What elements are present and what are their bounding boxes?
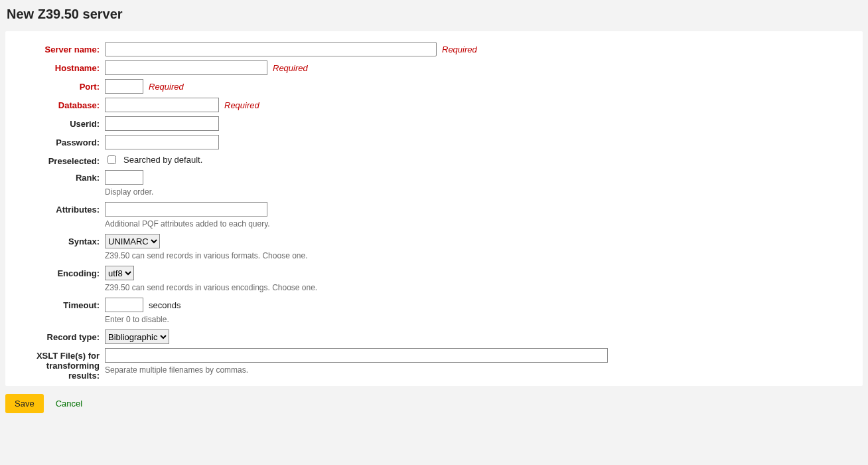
xslt-label: XSLT File(s) for transforming results: (19, 348, 105, 381)
attributes-hint: Additional PQF attributes added to each … (105, 219, 849, 229)
encoding-select[interactable]: utf8 (105, 266, 134, 280)
hostname-required: Required (273, 63, 308, 73)
record-type-select[interactable]: Bibliographic (105, 329, 169, 344)
server-name-input[interactable] (105, 42, 437, 56)
password-label: Password: (19, 135, 105, 147)
form-actions: Save Cancel (5, 394, 863, 413)
database-required: Required (224, 100, 259, 110)
timeout-unit: seconds (149, 300, 181, 310)
timeout-label: Timeout: (19, 298, 105, 310)
preselected-label: Preselected: (19, 153, 105, 166)
encoding-label: Encoding: (19, 266, 105, 278)
port-label: Port: (19, 79, 105, 92)
userid-input[interactable] (105, 116, 219, 131)
syntax-hint: Z39.50 can send records in various forma… (105, 251, 849, 260)
rank-hint: Display order. (105, 187, 849, 197)
syntax-label: Syntax: (19, 234, 105, 246)
hostname-input[interactable] (105, 60, 267, 75)
server-name-required: Required (442, 45, 477, 54)
rank-label: Rank: (19, 170, 105, 183)
save-button[interactable]: Save (5, 394, 44, 413)
port-input[interactable] (105, 79, 143, 94)
attributes-label: Attributes: (19, 202, 105, 215)
page-title: New Z39.50 server (7, 7, 863, 22)
xslt-hint: Separate multiple filenames by commas. (105, 365, 849, 375)
rank-input[interactable] (105, 170, 143, 185)
hostname-label: Hostname: (19, 60, 105, 73)
cancel-button[interactable]: Cancel (56, 399, 82, 409)
userid-label: Userid: (19, 116, 105, 129)
syntax-select[interactable]: UNIMARC (105, 234, 160, 248)
server-name-label: Server name: (19, 42, 105, 54)
password-input[interactable] (105, 135, 219, 149)
encoding-hint: Z39.50 can send records in various encod… (105, 283, 849, 292)
attributes-input[interactable] (105, 202, 267, 217)
form-panel: Server name: Required Hostname: Required (5, 31, 863, 386)
port-required: Required (149, 82, 184, 92)
database-input[interactable] (105, 98, 219, 112)
xslt-input[interactable] (105, 348, 608, 363)
record-type-label: Record type: (19, 329, 105, 342)
preselected-checkbox[interactable] (108, 155, 116, 164)
timeout-hint: Enter 0 to disable. (105, 315, 849, 324)
database-label: Database: (19, 98, 105, 110)
preselected-text: Searched by default. (123, 155, 202, 165)
timeout-input[interactable] (105, 298, 143, 312)
